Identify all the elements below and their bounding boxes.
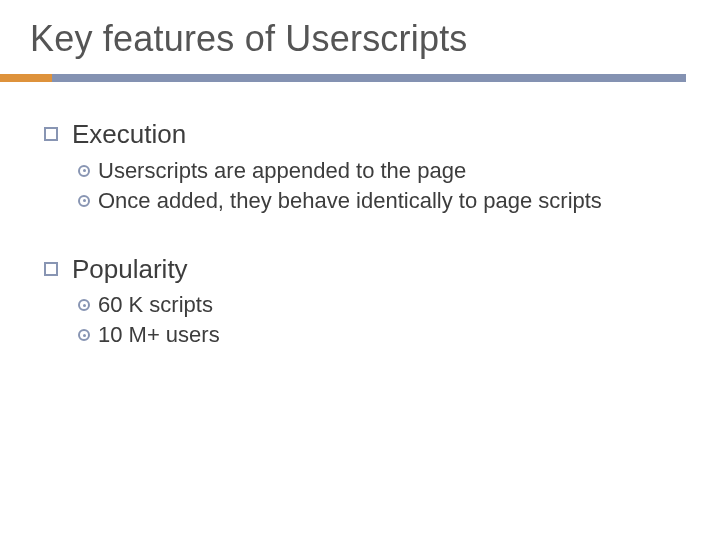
slide: Key features of Userscripts Execution Us… <box>0 0 720 540</box>
list-item-text: 60 K scripts <box>98 291 213 319</box>
list-item: 10 M+ users <box>78 321 674 349</box>
list-item-text: Userscripts are appended to the page <box>98 157 466 185</box>
title-underline <box>0 74 686 82</box>
section-heading: Execution <box>44 118 684 151</box>
slide-title: Key features of Userscripts <box>0 0 720 60</box>
list-item-text: 10 M+ users <box>98 321 220 349</box>
section-heading: Popularity <box>44 253 684 286</box>
list-item: 60 K scripts <box>78 291 674 319</box>
section-items: Userscripts are appended to the page Onc… <box>44 157 684 215</box>
list-item-text: Once added, they behave identically to p… <box>98 187 602 215</box>
list-item: Userscripts are appended to the page <box>78 157 674 185</box>
section-heading-text: Popularity <box>72 253 188 286</box>
list-item: Once added, they behave identically to p… <box>78 187 674 215</box>
content-area: Execution Userscripts are appended to th… <box>0 82 720 350</box>
underline-accent <box>0 74 52 82</box>
section-items: 60 K scripts 10 M+ users <box>44 291 684 349</box>
circle-bullet-icon <box>78 299 90 311</box>
underline-main <box>0 74 686 82</box>
circle-bullet-icon <box>78 329 90 341</box>
circle-bullet-icon <box>78 165 90 177</box>
section-heading-text: Execution <box>72 118 186 151</box>
square-bullet-icon <box>44 262 58 276</box>
circle-bullet-icon <box>78 195 90 207</box>
square-bullet-icon <box>44 127 58 141</box>
spacer <box>44 215 684 243</box>
